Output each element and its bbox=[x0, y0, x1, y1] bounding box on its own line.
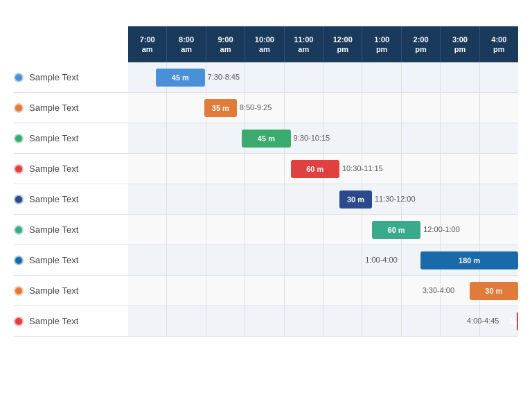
gantt-bar: 45 m bbox=[156, 69, 204, 87]
time-col bbox=[167, 154, 206, 184]
time-cell: 4:00pm bbox=[480, 26, 518, 62]
bar-time-label: 9:30-10:15 bbox=[294, 134, 330, 142]
time-col bbox=[285, 215, 323, 245]
time-col bbox=[362, 306, 401, 336]
time-cell: 1:00pm bbox=[362, 26, 401, 62]
dot bbox=[14, 195, 24, 204]
chart-row bbox=[128, 184, 518, 215]
sidebar-row: Sample Text bbox=[14, 276, 128, 306]
gantt-bar: 35 m bbox=[204, 99, 237, 117]
time-col bbox=[206, 276, 245, 305]
row-label: Sample Text bbox=[29, 72, 78, 82]
time-col bbox=[128, 154, 167, 184]
time-col bbox=[167, 276, 206, 305]
time-col bbox=[402, 306, 441, 336]
time-col bbox=[206, 245, 245, 275]
dot bbox=[14, 103, 24, 113]
time-col bbox=[245, 154, 284, 184]
sidebar-row: Sample Text bbox=[14, 215, 128, 245]
time-col bbox=[206, 154, 245, 184]
time-col bbox=[323, 93, 362, 123]
gantt-bar: 45 m bbox=[517, 312, 518, 330]
time-col bbox=[402, 154, 441, 184]
time-col bbox=[362, 62, 401, 92]
time-col bbox=[402, 62, 441, 92]
bar-time-label: 12:00-1:00 bbox=[423, 225, 460, 233]
time-cell: 11:00am bbox=[285, 26, 323, 62]
time-col bbox=[245, 306, 284, 336]
bar-time-label: 4:00-4:45 bbox=[467, 317, 499, 325]
sidebar-row: Sample Text bbox=[14, 184, 128, 215]
time-col bbox=[128, 93, 167, 123]
dot bbox=[14, 73, 24, 82]
time-col bbox=[128, 123, 167, 153]
sidebar-row: Sample Text bbox=[14, 306, 128, 337]
chart-rows-container: 45 m7:30-8:4535 m8:50-9:2545 m9:30-10:15… bbox=[128, 62, 518, 337]
time-cell: 8:00am bbox=[167, 26, 206, 62]
time-col bbox=[402, 93, 441, 123]
row-label: Sample Text bbox=[29, 224, 78, 235]
time-col bbox=[245, 184, 284, 214]
gantt-bar: 60 m bbox=[372, 221, 420, 239]
time-col bbox=[206, 306, 245, 336]
time-col bbox=[323, 215, 362, 245]
time-col bbox=[128, 276, 167, 305]
sidebar-row: Sample Text bbox=[14, 154, 128, 184]
gantt-bar: 60 m bbox=[291, 160, 339, 178]
bar-time-label: 10:30-11:15 bbox=[342, 164, 383, 172]
sidebar: Sample Text Sample Text Sample Text Samp… bbox=[14, 26, 128, 337]
dot bbox=[14, 286, 24, 296]
page: Sample Text Sample Text Sample Text Samp… bbox=[0, 0, 532, 344]
time-col bbox=[128, 215, 167, 245]
time-col bbox=[128, 245, 167, 275]
row-label: Sample Text bbox=[29, 255, 78, 265]
time-col bbox=[167, 93, 206, 123]
time-col bbox=[362, 123, 401, 153]
time-col bbox=[285, 184, 323, 214]
time-cell: 9:00am bbox=[206, 26, 245, 62]
time-col bbox=[362, 276, 401, 305]
sidebar-row: Sample Text bbox=[14, 93, 128, 123]
bar-time-label: 8:50-9:25 bbox=[240, 103, 272, 112]
time-col bbox=[441, 154, 479, 184]
time-cell: 12:00pm bbox=[323, 26, 362, 62]
bar-time-label: 1:00-4:00 bbox=[365, 256, 397, 264]
chart-row bbox=[128, 276, 518, 306]
gantt-bar: 30 m bbox=[339, 190, 372, 209]
dot bbox=[14, 256, 24, 265]
time-col bbox=[480, 184, 518, 214]
sidebar-row: Sample Text bbox=[14, 62, 128, 93]
time-col bbox=[480, 215, 518, 245]
gantt-wrapper: Sample Text Sample Text Sample Text Samp… bbox=[14, 26, 518, 337]
time-col bbox=[285, 93, 323, 123]
time-col bbox=[167, 184, 206, 214]
row-label: Sample Text bbox=[29, 133, 78, 143]
time-cell: 10:00am bbox=[245, 26, 284, 62]
time-col bbox=[480, 93, 518, 123]
time-col bbox=[167, 306, 206, 336]
time-col bbox=[323, 276, 362, 305]
gantt-bar: 45 m bbox=[242, 130, 290, 148]
dot bbox=[14, 225, 24, 235]
time-col bbox=[206, 184, 245, 214]
sidebar-row: Sample Text bbox=[14, 245, 128, 276]
dot bbox=[14, 164, 24, 174]
time-col bbox=[245, 245, 284, 275]
chart-body: 45 m7:30-8:4535 m8:50-9:2545 m9:30-10:15… bbox=[128, 62, 518, 337]
sidebar-row: Sample Text bbox=[14, 123, 128, 154]
time-col bbox=[285, 306, 323, 336]
gantt-bar: 30 m bbox=[470, 282, 518, 300]
time-col bbox=[245, 276, 284, 305]
time-col bbox=[245, 215, 284, 245]
time-col bbox=[245, 62, 284, 92]
row-label: Sample Text bbox=[29, 163, 78, 174]
chart-area: 7:00am8:00am9:00am10:00am11:00am12:00pm1… bbox=[128, 26, 518, 337]
row-label: Sample Text bbox=[29, 103, 78, 113]
bar-time-label: 7:30-8:45 bbox=[208, 73, 240, 81]
time-col bbox=[285, 245, 323, 275]
time-cell: 2:00pm bbox=[402, 26, 441, 62]
dot bbox=[14, 134, 24, 143]
time-col bbox=[285, 276, 323, 305]
row-label: Sample Text bbox=[29, 316, 78, 326]
time-col bbox=[323, 306, 362, 336]
